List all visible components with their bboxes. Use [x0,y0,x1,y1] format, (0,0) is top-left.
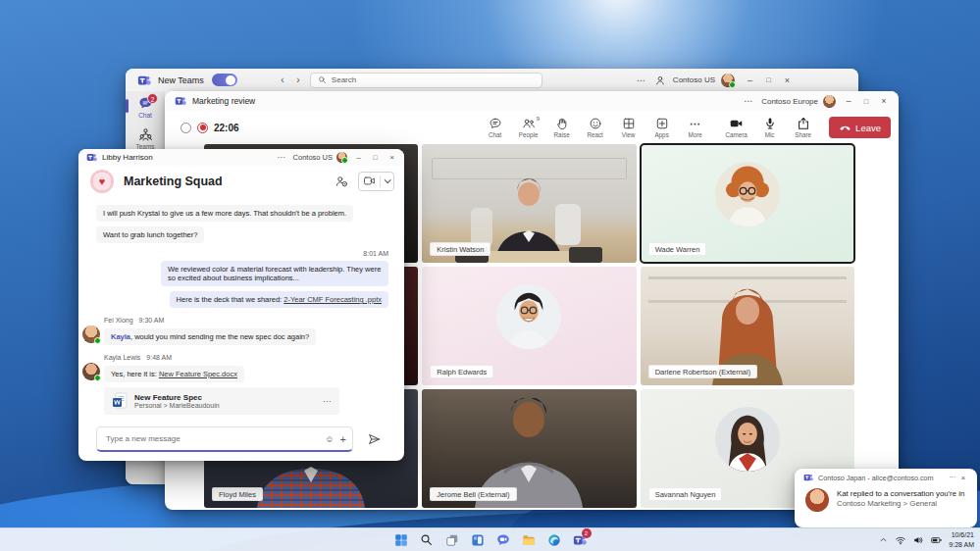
file-more-button[interactable]: ⋯ [323,397,332,406]
video-tile-jerome-bell[interactable]: Jerome Bell (External) [422,389,636,508]
author-name: Fei Xiong [104,317,133,324]
account-name[interactable]: Contoso US [293,153,333,162]
camera-button[interactable]: Camera [723,117,749,138]
tray-chevron-up-icon[interactable] [878,534,889,545]
video-tile-wade-warren[interactable]: Wade Warren [641,144,854,263]
video-tile-kristin-watson[interactable]: Kristin Watson [422,144,636,263]
participant-avatar [496,284,561,349]
account-avatar[interactable] [336,152,347,163]
sender-avatar[interactable] [82,326,100,343]
heart-glyph: ♥ [99,175,106,187]
person-avatar-illustration [715,162,780,226]
wifi-icon[interactable] [895,534,906,546]
person-avatar-illustration [496,284,561,349]
notification-toast[interactable]: Contoso Japan - alice@contoso.com ⋯ × Ka… [795,469,977,527]
maximize-button[interactable]: □ [759,75,778,84]
minimize-button[interactable]: – [350,153,367,162]
close-button[interactable]: × [778,75,797,85]
raise-hand-button[interactable]: Raise [548,117,575,138]
teams-taskbar-button[interactable]: 2 [570,530,590,550]
chat-button[interactable]: Chat [482,117,508,138]
word-file-icon [112,392,128,410]
message-input-box[interactable]: ☺ + [96,426,353,452]
maximize-button[interactable]: □ [857,97,875,106]
task-view-icon [445,533,459,547]
apps-button[interactable]: Apps [648,117,675,138]
message-input[interactable] [106,434,319,443]
file-link[interactable]: New Feature Spec.docx [159,370,237,378]
message-list: I will push Krystal to give us a few mor… [78,196,404,426]
folder-icon [522,533,536,547]
video-call-button[interactable] [358,172,394,191]
share-button[interactable]: Share [790,117,816,138]
more-options-button[interactable]: ⋯ [744,96,753,106]
widgets-button[interactable] [468,530,488,550]
participant-name-label: Floyd Miles [212,487,263,501]
minimize-button[interactable]: – [741,75,759,85]
app-label: New Teams [158,75,204,85]
toast-source: Contoso Japan - alice@contoso.com [818,474,934,482]
new-teams-toggle[interactable] [212,74,237,86]
send-button[interactable] [367,432,382,446]
nav-forward-button[interactable]: › [290,75,306,85]
edge-button[interactable] [544,530,564,550]
people-button[interactable]: 9 People [515,117,542,138]
battery-icon[interactable] [930,534,943,546]
close-button[interactable]: × [875,96,893,106]
search-input[interactable]: Search [310,73,542,88]
account-avatar[interactable] [823,95,836,108]
start-button[interactable] [391,530,411,550]
toast-close-button[interactable]: × [956,474,970,482]
chat-titlebar: Libby Harrison ⋯ Contoso US – □ × [78,149,404,166]
more-button[interactable]: ⋯ More [682,117,708,138]
video-tile-darlene-robertson[interactable]: Darlene Robertson (External) [641,267,854,385]
sidebar-item-chat[interactable]: 2 Chat [126,91,165,123]
attach-plus-button[interactable]: + [340,433,346,445]
toast-more-button[interactable]: ⋯ [949,474,956,481]
mention[interactable]: Kayla [111,332,130,341]
file-explorer-button[interactable] [519,530,539,550]
account-name[interactable]: Contoso Europe [761,97,818,106]
leave-label: Leave [855,123,881,133]
mic-icon [763,117,777,130]
maximize-button[interactable]: □ [367,154,384,161]
search-icon [318,75,327,84]
teams-logo-icon [175,95,186,107]
group-avatar-heart-icon: ♥ [90,170,114,193]
emoji-button[interactable]: ☺ [325,434,334,444]
nav-back-button[interactable]: ‹ [275,75,290,85]
close-button[interactable]: × [384,153,400,162]
message-author-row: Kayla Lewis 9:48 AM [104,354,388,361]
minimize-button[interactable]: – [840,96,857,106]
people-settings-icon[interactable] [335,175,348,188]
task-view-button[interactable] [442,530,462,550]
file-path: Personal > MarieBeaudouin [134,402,220,409]
meeting-title: Marketing review [192,96,255,106]
search-button[interactable] [417,530,437,550]
toast-body[interactable]: Kat replied to a conversation you're in … [795,486,977,512]
chevron-down-icon[interactable] [385,176,391,183]
people-count-badge: 9 [537,116,540,122]
react-button[interactable]: React [582,117,608,138]
meeting-controls: Chat 9 People Raise React View Apps [482,117,891,138]
account-avatar[interactable] [721,74,735,87]
mic-button[interactable]: Mic [756,117,783,138]
chat-bubble-icon [496,533,510,547]
volume-icon[interactable] [912,534,924,546]
search-placeholder: Search [332,75,356,84]
leave-button[interactable]: Leave [829,117,891,138]
view-button[interactable]: View [615,117,642,138]
file-link[interactable]: 2-Year CMF Forecasting .pptx [284,295,382,304]
taskbar-clock[interactable]: 10/6/21 9:28 AM [949,530,974,548]
file-attachment-card[interactable]: New Feature Spec Personal > MarieBeaudou… [104,387,339,415]
video-tile-ralph-edwards[interactable]: Ralph Edwards [422,267,636,385]
chat-button[interactable] [493,530,513,550]
more-options-button[interactable]: ⋯ [637,75,646,85]
more-options-button[interactable]: ⋯ [278,153,286,162]
account-name[interactable]: Contoso US [673,75,715,84]
message-author-row: Fei Xiong 9:30 AM [104,317,388,324]
chat-badge: 2 [147,93,158,104]
teams-icon [138,127,153,142]
sender-avatar[interactable] [82,363,100,380]
invite-people-icon[interactable] [654,75,666,86]
